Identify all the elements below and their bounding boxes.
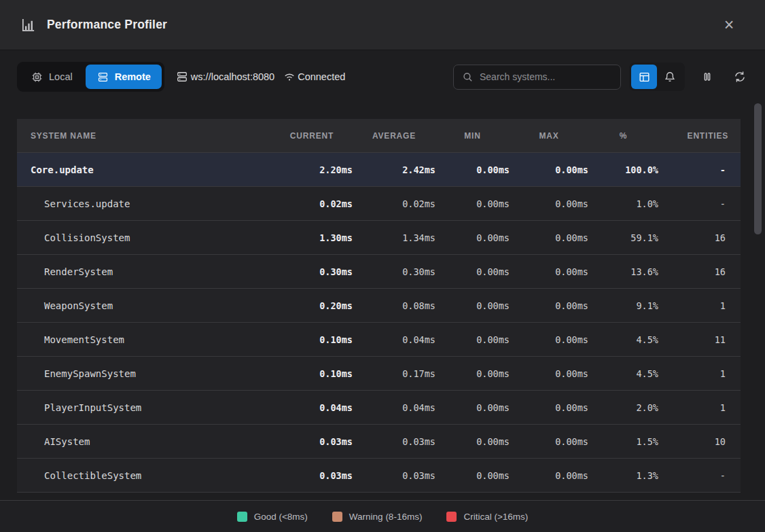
view-toggle-group [629, 63, 685, 91]
min-cell: 0.00ms [435, 470, 510, 481]
titlebar: Performance Profiler × [0, 0, 765, 50]
system-name-cell: MovementSystem [17, 334, 271, 345]
percent-cell: 1.5% [588, 436, 658, 447]
system-name-cell: Core.update [17, 164, 271, 175]
refresh-button[interactable] [730, 67, 750, 87]
column-header-max[interactable]: MAX [510, 131, 588, 141]
max-cell: 0.00ms [510, 232, 588, 243]
average-cell: 0.08ms [353, 300, 435, 311]
scrollbar-thumb[interactable] [754, 103, 762, 234]
table-row[interactable]: CollisionSystem 1.30ms 1.34ms 0.00ms 0.0… [17, 221, 741, 255]
current-cell: 0.03ms [271, 436, 353, 447]
local-mode-button[interactable]: Local [20, 65, 84, 89]
average-cell: 0.02ms [353, 198, 435, 209]
percent-cell: 1.3% [588, 470, 658, 481]
table-row[interactable]: RenderSystem 0.30ms 0.30ms 0.00ms 0.00ms… [17, 255, 741, 289]
current-cell: 2.20ms [271, 164, 353, 175]
system-name-cell: Services.update [17, 198, 271, 209]
average-cell: 0.03ms [353, 470, 435, 481]
pause-button[interactable] [697, 67, 717, 87]
legend-label: Good (<8ms) [254, 512, 308, 522]
max-cell: 0.00ms [510, 198, 588, 209]
toolbar: Local Remote [17, 62, 750, 92]
column-header-current[interactable]: CURRENT [271, 131, 353, 141]
column-header-min[interactable]: MIN [435, 131, 510, 141]
entities-cell: - [658, 470, 741, 481]
table-row[interactable]: MovementSystem 0.10ms 0.04ms 0.00ms 0.00… [17, 323, 741, 357]
current-cell: 0.04ms [271, 402, 353, 413]
remote-mode-label: Remote [115, 71, 151, 82]
system-name-cell: WeaponSystem [17, 300, 271, 311]
entities-cell: 16 [658, 232, 741, 243]
entities-cell: 1 [658, 402, 741, 413]
bar-chart-icon [20, 17, 36, 33]
search-icon [462, 71, 474, 83]
table-row[interactable]: EnemySpawnSystem 0.10ms 0.17ms 0.00ms 0.… [17, 357, 741, 391]
column-header-percent[interactable]: % [588, 131, 658, 141]
percent-cell: 100.0% [588, 164, 658, 175]
wifi-icon [283, 70, 296, 84]
legend-swatch-icon [237, 512, 247, 522]
max-cell: 0.00ms [510, 470, 588, 481]
refresh-icon [733, 70, 747, 84]
column-header-system-name[interactable]: SYSTEM NAME [17, 131, 271, 141]
legend: Good (<8ms)Warning (8-16ms)Critical (>16… [0, 500, 765, 532]
legend-item: Warning (8-16ms) [332, 512, 423, 522]
table-row[interactable]: Services.update 0.02ms 0.02ms 0.00ms 0.0… [17, 187, 741, 221]
connection-status-label: Connected [298, 71, 345, 82]
current-cell: 0.30ms [271, 266, 353, 277]
connection-info: ws://localhost:8080 Connected [175, 70, 345, 84]
max-cell: 0.00ms [510, 368, 588, 379]
current-cell: 0.10ms [271, 334, 353, 345]
min-cell: 0.00ms [435, 198, 510, 209]
cpu-chip-icon [31, 71, 43, 84]
current-cell: 0.03ms [271, 470, 353, 481]
table-header-row: SYSTEM NAME CURRENT AVERAGE MIN MAX % EN… [17, 119, 741, 153]
bell-icon [663, 70, 677, 84]
average-cell: 0.03ms [353, 436, 435, 447]
table-row[interactable]: AISystem 0.03ms 0.03ms 0.00ms 0.00ms 1.5… [17, 425, 741, 459]
close-button[interactable]: × [717, 14, 741, 37]
server-icon [96, 71, 109, 84]
entities-cell: 1 [658, 300, 741, 311]
table-row[interactable]: Core.update 2.20ms 2.42ms 0.00ms 0.00ms … [17, 153, 741, 187]
min-cell: 0.00ms [435, 232, 510, 243]
percent-cell: 4.5% [588, 368, 658, 379]
remote-mode-button[interactable]: Remote [86, 65, 162, 89]
entities-cell: 1 [658, 368, 741, 379]
legend-label: Critical (>16ms) [463, 512, 528, 522]
max-cell: 0.00ms [510, 266, 588, 277]
column-header-average[interactable]: AVERAGE [353, 131, 435, 141]
connection-status: Connected [283, 70, 345, 84]
legend-swatch-icon [332, 512, 342, 522]
table-row[interactable]: CollectibleSystem 0.03ms 0.03ms 0.00ms 0… [17, 459, 741, 493]
current-cell: 0.20ms [271, 300, 353, 311]
entities-cell: - [658, 164, 741, 175]
average-cell: 1.34ms [353, 232, 435, 243]
average-cell: 0.17ms [353, 368, 435, 379]
table-row[interactable]: WeaponSystem 0.20ms 0.08ms 0.00ms 0.00ms… [17, 289, 741, 323]
notifications-button[interactable] [657, 65, 683, 89]
average-cell: 0.30ms [353, 266, 435, 277]
table-view-button[interactable] [631, 65, 657, 89]
column-header-entities[interactable]: ENTITIES [658, 131, 741, 141]
min-cell: 0.00ms [435, 334, 510, 345]
max-cell: 0.00ms [510, 164, 588, 175]
entities-cell: 16 [658, 266, 741, 277]
system-name-cell: AISystem [17, 436, 271, 447]
legend-item: Good (<8ms) [237, 512, 308, 522]
current-cell: 0.10ms [271, 368, 353, 379]
table-row[interactable]: PlayerInputSystem 0.04ms 0.04ms 0.00ms 0… [17, 391, 741, 425]
min-cell: 0.00ms [435, 300, 510, 311]
min-cell: 0.00ms [435, 402, 510, 413]
current-cell: 0.02ms [271, 198, 353, 209]
min-cell: 0.00ms [435, 368, 510, 379]
endpoint-url: ws://localhost:8080 [191, 71, 274, 82]
entities-cell: 11 [658, 334, 741, 345]
table-layout-icon [638, 71, 651, 84]
average-cell: 0.04ms [353, 402, 435, 413]
search-input[interactable] [480, 71, 612, 82]
local-mode-label: Local [49, 71, 73, 82]
entities-cell: 10 [658, 436, 741, 447]
percent-cell: 13.6% [588, 266, 658, 277]
